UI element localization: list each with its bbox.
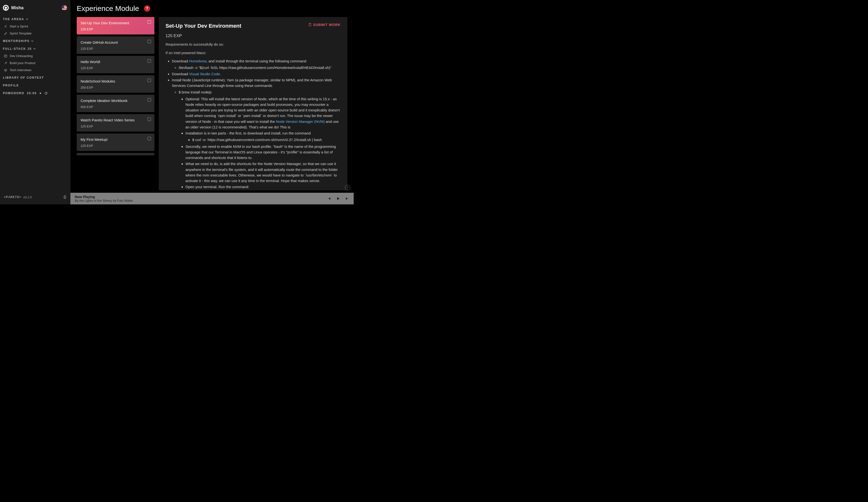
pomodoro-row: POMODORO 25:00 [3, 89, 68, 95]
nav-section-library[interactable]: LIBRARY OF CONTEXT [3, 73, 68, 81]
svg-rect-2 [309, 23, 311, 26]
nav-section-arena[interactable]: THE ARENA [3, 15, 68, 23]
module-card-title: Hello World! [81, 60, 151, 64]
module-card-title: NodeSchool Modules [81, 79, 151, 83]
note-optional: Optional: This will install the latest v… [185, 96, 341, 130]
module-card[interactable]: Hello World!125 EXP [77, 56, 154, 73]
module-card-exp: 250 EXP [81, 86, 151, 89]
note-shortcuts: What we need to do, is add the shortcuts… [185, 161, 341, 184]
note-secondly: Secondly, we need to enable NVM in our b… [185, 144, 341, 161]
cmd-curl-nvm: $ curl -o- https://raw.githubusercontent… [192, 137, 341, 143]
profile-row[interactable]: Misha [3, 5, 23, 11]
detail-requirements: Requirements to successfully do so: [166, 42, 341, 47]
detail-exp: 125 EXP [166, 33, 341, 38]
cmd-homebrew: /bin/bash -c "$(curl -fsSL https://raw.g… [179, 65, 341, 70]
module-card[interactable]: My First Meetup!125 EXP [77, 134, 154, 151]
module-card-exp: 125 EXP [81, 144, 151, 147]
nav-section-fullstack[interactable]: FULL-STACK JS [3, 45, 68, 52]
bookmark-icon[interactable] [147, 59, 151, 63]
step-homebrew: Download Homebrew, and install through t… [172, 58, 341, 71]
flag-icon[interactable] [62, 5, 67, 10]
module-card-exp: 125 EXP [81, 66, 151, 70]
step-vscode: Download Visual Studio Code. [172, 71, 341, 77]
module-card[interactable]: NodeSchool Modules250 EXP [77, 75, 154, 93]
bookmark-icon[interactable] [147, 79, 151, 82]
next-track-icon[interactable] [345, 197, 349, 201]
step-node: Install Node (JavaScript runtime), Yarn … [172, 77, 341, 89]
player-bar: Now Playing By the Lights of the Silvery… [70, 193, 354, 204]
module-card-exp: 500 EXP [81, 105, 151, 109]
github-icon [4, 6, 8, 10]
module-card-exp: 125 EXP [81, 28, 151, 31]
sidebar-header: Misha [3, 4, 68, 15]
module-card-title: Watch Pareto React Video Series [81, 118, 151, 122]
svg-point-0 [6, 25, 7, 26]
avatar [3, 5, 9, 11]
module-card-stub [77, 153, 154, 155]
detail-intel-mac: If on Intel powered Macs: [166, 51, 341, 55]
detail-body: Download Homebrew, and install through t… [166, 58, 341, 190]
note-open-terminal: Open your terminal. Run the command: [185, 184, 341, 189]
sidebar: Misha THE ARENA Start a Sprint Sprint Te… [0, 0, 70, 204]
module-list: Set-Up Your Dev Environment125 EXPCreate… [77, 17, 155, 190]
nav-section-profile[interactable]: PROFILE [3, 81, 68, 89]
help-corner-button[interactable]: ? [345, 185, 350, 190]
brand-logo: <PᐱRETO> [4, 195, 21, 199]
module-card[interactable]: Create GitHub Account125 EXP [77, 37, 154, 54]
note-two-parts: Installation is in two parts - the first… [185, 130, 341, 136]
link-vscode[interactable]: Visual Studio Code [189, 72, 220, 76]
link-nvm[interactable]: Node Version Manager (NVM) [276, 120, 325, 124]
bookmark-icon[interactable] [147, 40, 151, 43]
module-card-title: My First Meetup! [81, 137, 151, 142]
detail-panel: Set-Up Your Dev Environment SUBMIT WORK … [159, 17, 347, 190]
help-badge[interactable]: ? [144, 6, 150, 12]
prev-track-icon[interactable] [327, 197, 331, 201]
nav-item-tech-interviews[interactable]: Tech Interviews [3, 66, 68, 73]
bookmark-icon[interactable] [147, 98, 151, 101]
module-card-title: Set-Up Your Dev Environment [81, 21, 151, 25]
player-controls [327, 197, 349, 201]
detail-title: Set-Up Your Dev Environment [166, 23, 241, 29]
main-content: Experience Module ? Set-Up Your Dev Envi… [70, 0, 354, 193]
reset-icon[interactable] [44, 92, 48, 95]
runner-icon [4, 25, 7, 28]
sidebar-footer: <PᐱRETO> v0.2.0 [3, 192, 68, 201]
onboarding-icon [4, 54, 7, 58]
nav-item-dev-onboarding[interactable]: Dev Onboarding [3, 52, 68, 60]
bookmark-icon[interactable] [147, 117, 151, 121]
now-playing-track: By the Lights of the Silvery by Fats Wal… [75, 199, 133, 203]
graduation-icon [4, 69, 7, 72]
cmd-ls: $ ls [185, 190, 341, 191]
module-card-exp: 125 EXP [81, 47, 151, 51]
chevron-up-icon [33, 48, 36, 50]
module-card[interactable]: Complete Ideation Workbook500 EXP [77, 95, 154, 112]
bookmark-icon[interactable] [147, 20, 151, 24]
nav-item-sprint-template[interactable]: Sprint Template [3, 30, 68, 37]
module-card-exp: 125 EXP [81, 124, 151, 128]
module-card-title: Create GitHub Account [81, 40, 151, 44]
module-card[interactable]: Watch Pareto React Video Series125 EXP [77, 114, 154, 132]
logout-icon[interactable] [63, 195, 66, 199]
tools-icon [4, 61, 7, 65]
cmd-brew-node: $ brew install nodejs [179, 89, 341, 95]
version-label: v0.2.0 [23, 195, 32, 199]
submit-work-button[interactable]: SUBMIT WORK [308, 23, 341, 27]
play-icon[interactable] [39, 92, 42, 95]
module-card[interactable]: Set-Up Your Dev Environment125 EXP [77, 17, 154, 34]
pencil-icon [4, 32, 7, 35]
nav-item-build-product[interactable]: Build your Product [3, 60, 68, 66]
chevron-up-icon [26, 18, 28, 20]
chevron-down-icon [31, 40, 33, 42]
now-playing: Now Playing By the Lights of the Silvery… [75, 195, 133, 203]
username: Misha [11, 6, 23, 10]
link-homebrew[interactable]: Homebrew [189, 59, 207, 63]
now-playing-label: Now Playing [75, 195, 133, 199]
module-card-title: Complete Ideation Workbook [81, 99, 151, 103]
clipboard-icon [308, 23, 312, 27]
nav-item-start-sprint[interactable]: Start a Sprint [3, 23, 68, 30]
nav-section-mentorships[interactable]: MENTORSHIPS [3, 37, 68, 45]
play-icon[interactable] [336, 197, 340, 201]
page-title: Experience Module [77, 4, 139, 13]
bookmark-icon[interactable] [147, 137, 151, 140]
